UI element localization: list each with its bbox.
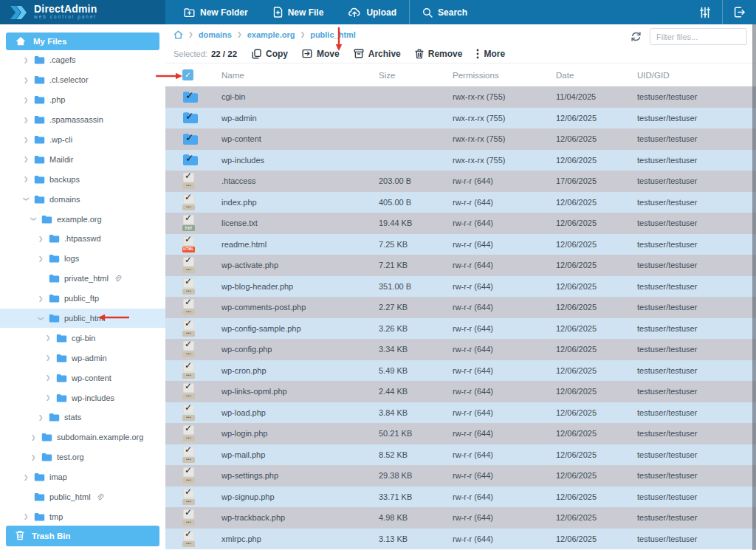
archive-button[interactable]: Archive bbox=[352, 49, 402, 59]
tree-item-imap[interactable]: ❯imap bbox=[0, 467, 165, 487]
tree-item-cl-selector[interactable]: ❯.cl.selector bbox=[0, 70, 165, 90]
table-row[interactable]: ✓•••wp-config-sample.php3.26 KBrw-r-r (6… bbox=[165, 318, 756, 340]
breadcrumb-item-example-org[interactable]: example.org bbox=[247, 30, 295, 39]
row-select-cell[interactable]: ✓••• bbox=[165, 489, 221, 505]
chevron-right-icon[interactable]: ❯ bbox=[22, 176, 30, 182]
row-select-cell[interactable]: ✓HTML bbox=[165, 236, 221, 252]
tree-item-spamassassin[interactable]: ❯.spamassassin bbox=[0, 110, 165, 130]
tree-item-stats[interactable]: ❯stats bbox=[0, 408, 165, 427]
table-row[interactable]: ✓HTMLreadme.html7.25 KBrw-r-r (644)12/06… bbox=[165, 234, 756, 255]
search-button[interactable]: Search bbox=[409, 0, 480, 24]
chevron-right-icon[interactable]: ❯ bbox=[22, 117, 30, 123]
new-file-button[interactable]: New File bbox=[261, 0, 337, 24]
table-row[interactable]: ✓•••xmlrpc.php3.13 KBrw-r-r (644)12/06/2… bbox=[165, 529, 756, 550]
row-select-cell[interactable]: ✓ bbox=[165, 154, 221, 166]
row-select-cell[interactable]: ✓TXT bbox=[165, 215, 221, 231]
table-row[interactable]: ✓•••wp-settings.php29.38 KBrw-r-r (644)1… bbox=[165, 465, 756, 487]
table-row[interactable]: ✓•••wp-load.php3.84 KBrw-r-r (644)12/06/… bbox=[165, 402, 756, 424]
table-row[interactable]: ✓wp-adminrwx-rx-rx (755)12/06/2025testus… bbox=[165, 108, 756, 129]
chevron-right-icon[interactable]: ❯ bbox=[37, 255, 44, 262]
tree-item-logs[interactable]: ❯logs bbox=[0, 249, 165, 269]
tree-item-php[interactable]: ❯.php bbox=[0, 90, 165, 110]
settings-sliders-icon[interactable] bbox=[688, 0, 722, 24]
table-row[interactable]: ✓•••wp-signup.php33.71 KBrw-r-r (644)12/… bbox=[165, 487, 756, 508]
tree-item-domains[interactable]: ❯domains bbox=[0, 189, 165, 209]
tree-item-wp-content[interactable]: ❯wp-content bbox=[0, 368, 165, 388]
row-select-cell[interactable]: ✓••• bbox=[165, 531, 221, 547]
column-header-size[interactable]: Size bbox=[379, 71, 453, 80]
chevron-right-icon[interactable]: ❯ bbox=[44, 374, 52, 381]
app-logo[interactable]: DirectAdmin web control panel bbox=[0, 0, 165, 24]
chevron-right-icon[interactable]: ❯ bbox=[37, 236, 44, 242]
row-select-cell[interactable]: ✓••• bbox=[165, 257, 221, 273]
copy-button[interactable]: Copy bbox=[250, 49, 289, 59]
chevron-right-icon[interactable]: ❯ bbox=[22, 77, 30, 83]
breadcrumb-home-icon[interactable] bbox=[173, 30, 183, 39]
row-select-cell[interactable]: ✓••• bbox=[165, 447, 221, 463]
tree-item-wp-cli[interactable]: ❯.wp-cli bbox=[0, 130, 165, 150]
remove-button[interactable]: Remove bbox=[413, 49, 464, 59]
tree-item-public-ftp[interactable]: ❯public_ftp bbox=[0, 289, 165, 309]
tree-item-test-org[interactable]: ❯test.org bbox=[0, 447, 165, 467]
chevron-right-icon[interactable]: ❯ bbox=[22, 57, 30, 63]
chevron-right-icon[interactable]: ❯ bbox=[44, 394, 52, 401]
tree-item-wp-admin[interactable]: ❯wp-admin bbox=[0, 348, 165, 368]
row-select-cell[interactable]: ✓••• bbox=[165, 341, 221, 357]
logout-icon[interactable] bbox=[722, 0, 756, 24]
tree-item-public-html[interactable]: ❯public_html bbox=[0, 487, 165, 507]
table-row[interactable]: ✓•••wp-comments-post.php2.27 KBrw-r-r (6… bbox=[165, 297, 756, 318]
table-row[interactable]: ✓•••wp-config.php3.34 KBrw-r-r (644)12/0… bbox=[165, 339, 756, 360]
row-select-cell[interactable]: ✓••• bbox=[165, 383, 221, 399]
table-row[interactable]: ✓wp-contentrwx-rx-rx (755)12/06/2025test… bbox=[165, 128, 756, 150]
row-select-cell[interactable]: ✓ bbox=[165, 133, 221, 145]
row-select-cell[interactable]: ✓ bbox=[165, 91, 221, 103]
row-select-cell[interactable]: ✓••• bbox=[165, 405, 221, 421]
row-select-cell[interactable]: ✓••• bbox=[165, 362, 221, 379]
filter-files-input[interactable] bbox=[650, 28, 747, 45]
table-row[interactable]: ✓•••.htaccess203.00 Brw-r-r (644)17/06/2… bbox=[165, 171, 756, 192]
column-header-uid-gid[interactable]: UID/GID bbox=[637, 71, 756, 80]
chevron-right-icon[interactable]: ❯ bbox=[37, 295, 44, 302]
tree-item-cgi-bin[interactable]: ❯cgi-bin bbox=[0, 328, 165, 348]
chevron-right-icon[interactable]: ❯ bbox=[44, 354, 52, 361]
upload-button[interactable]: Upload bbox=[336, 0, 409, 24]
chevron-right-icon[interactable]: ❯ bbox=[22, 156, 30, 162]
chevron-down-icon[interactable]: ❯ bbox=[30, 216, 37, 223]
row-select-cell[interactable]: ✓••• bbox=[165, 299, 221, 315]
tree-item-tmp[interactable]: ❯tmp bbox=[0, 506, 165, 526]
chevron-right-icon[interactable]: ❯ bbox=[30, 434, 37, 441]
more-button[interactable]: More bbox=[475, 49, 506, 59]
table-row[interactable]: ✓TXTlicense.txt19.44 KBrw-r-r (644)12/06… bbox=[165, 213, 756, 234]
column-header-name[interactable]: Name bbox=[221, 71, 379, 80]
chevron-right-icon[interactable]: ❯ bbox=[22, 474, 30, 481]
table-row[interactable]: ✓•••wp-links-opml.php2.44 KBrw-r-r (644)… bbox=[165, 381, 756, 402]
row-select-cell[interactable]: ✓••• bbox=[165, 467, 221, 484]
tree-item-public-html[interactable]: ❯public_html bbox=[0, 309, 165, 329]
table-row[interactable]: ✓•••wp-activate.php7.21 KBrw-r-r (644)12… bbox=[165, 255, 756, 276]
table-row[interactable]: ✓•••wp-mail.php8.52 KBrw-r-r (644)12/06/… bbox=[165, 444, 756, 466]
tree-item-htpasswd[interactable]: ❯.htpasswd bbox=[0, 229, 165, 249]
chevron-right-icon[interactable]: ❯ bbox=[22, 137, 30, 143]
tree-item-private-html[interactable]: ❯private_html bbox=[0, 269, 165, 289]
tree-item-example-org[interactable]: ❯example.org bbox=[0, 209, 165, 229]
row-select-cell[interactable]: ✓••• bbox=[165, 320, 221, 337]
table-row[interactable]: ✓•••wp-blog-header.php351.00 Brw-r-r (64… bbox=[165, 276, 756, 298]
sidebar-item-my-files[interactable]: My Files bbox=[6, 32, 159, 50]
chevron-right-icon[interactable]: ❯ bbox=[44, 334, 52, 341]
row-select-cell[interactable]: ✓ bbox=[165, 111, 221, 124]
row-select-cell[interactable]: ✓••• bbox=[165, 425, 221, 441]
table-row[interactable]: ✓cgi-binrwx-rx-rx (755)11/04/2025testuse… bbox=[165, 86, 756, 108]
scrollbar[interactable] bbox=[752, 24, 756, 550]
chevron-right-icon[interactable]: ❯ bbox=[22, 97, 30, 103]
tree-item-wp-includes[interactable]: ❯wp-includes bbox=[0, 388, 165, 408]
table-row[interactable]: ✓•••wp-login.php50.21 KBrw-r-r (644)12/0… bbox=[165, 423, 756, 444]
row-select-cell[interactable]: ✓••• bbox=[165, 509, 221, 526]
chevron-right-icon[interactable]: ❯ bbox=[22, 513, 30, 520]
breadcrumb-item-domains[interactable]: domains bbox=[199, 30, 232, 39]
row-select-cell[interactable]: ✓••• bbox=[165, 173, 221, 189]
table-row[interactable]: ✓•••wp-trackback.php4.98 KBrw-r-r (644)1… bbox=[165, 507, 756, 529]
select-all-checkbox[interactable]: ✓ bbox=[182, 69, 193, 80]
chevron-right-icon[interactable]: ❯ bbox=[30, 454, 37, 461]
chevron-right-icon[interactable]: ❯ bbox=[37, 414, 44, 421]
breadcrumb-item-public-html[interactable]: public_html bbox=[310, 30, 356, 39]
